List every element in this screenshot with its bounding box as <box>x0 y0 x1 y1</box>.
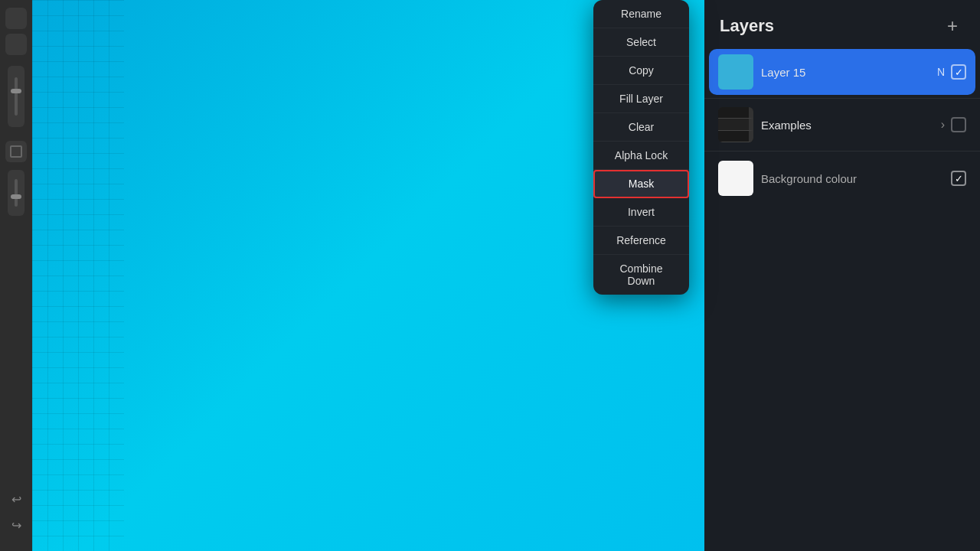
layers-header: Layers + <box>704 0 980 49</box>
brush-tool-btn[interactable] <box>5 8 27 29</box>
left-toolbar: ↩ ↪ <box>0 0 32 551</box>
examples-controls: › <box>941 117 966 132</box>
background-colour-label: Background colour <box>761 172 943 185</box>
examples-thumbnail <box>718 107 753 142</box>
layer-row-layer15[interactable]: Layer 15 N ✓ <box>709 49 975 95</box>
layer15-controls: N ✓ <box>937 64 966 80</box>
background-colour-thumbnail <box>718 161 753 196</box>
redo-button[interactable]: ↪ <box>5 514 27 536</box>
examples-expand-arrow[interactable]: › <box>941 118 945 132</box>
square-btn[interactable] <box>5 141 27 162</box>
context-menu-select[interactable]: Select <box>593 28 689 57</box>
separator1 <box>704 98 980 99</box>
separator2 <box>704 151 980 152</box>
context-menu-alpha-lock[interactable]: Alpha Lock <box>593 142 689 170</box>
layers-panel: Layers + Layer 15 N ✓ Examples › <box>704 0 980 551</box>
context-menu-clear[interactable]: Clear <box>593 113 689 142</box>
layer15-mode: N <box>937 66 945 78</box>
context-menu-mask[interactable]: Mask <box>593 170 689 198</box>
examples-checkbox[interactable] <box>951 117 966 132</box>
layer-row-examples[interactable]: Examples › <box>709 102 975 148</box>
context-menu-reference[interactable]: Reference <box>593 227 689 255</box>
layer15-name: Layer 15 <box>761 66 929 79</box>
add-layer-button[interactable]: + <box>940 14 965 38</box>
context-menu-copy[interactable]: Copy <box>593 57 689 85</box>
background-colour-checkbox[interactable]: ✓ <box>951 171 966 186</box>
undo-button[interactable]: ↩ <box>5 488 27 510</box>
context-menu-fill-layer[interactable]: Fill Layer <box>593 85 689 113</box>
layer15-checkbox[interactable]: ✓ <box>951 64 966 80</box>
examples-name: Examples <box>761 119 933 132</box>
layer15-thumbnail <box>718 54 753 90</box>
context-menu: Rename Select Copy Fill Layer Clear Alph… <box>593 0 689 295</box>
context-menu-rename[interactable]: Rename <box>593 0 689 28</box>
layers-title: Layers <box>720 16 774 36</box>
canvas-grid-overlay <box>32 0 124 551</box>
examples-info: Examples <box>761 119 933 132</box>
layer15-info: Layer 15 <box>761 66 929 79</box>
context-menu-invert[interactable]: Invert <box>593 198 689 227</box>
smudge-tool-btn[interactable] <box>5 34 27 55</box>
background-colour-row[interactable]: Background colour ✓ <box>709 155 975 202</box>
context-menu-combine-down[interactable]: Combine Down <box>593 255 689 295</box>
